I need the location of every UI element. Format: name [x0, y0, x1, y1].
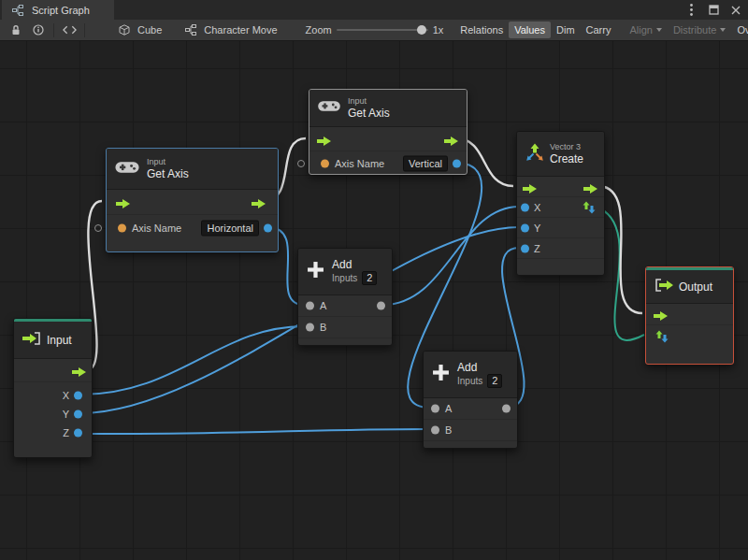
z-out-port[interactable] — [74, 429, 82, 438]
input-a-port[interactable] — [431, 405, 439, 413]
cube-icon — [116, 22, 133, 38]
input-b-port[interactable] — [431, 426, 439, 435]
port-row-y: Y — [517, 218, 604, 238]
unconnected-port[interactable] — [94, 224, 102, 232]
y-in-port[interactable] — [521, 223, 529, 232]
control-flow-row — [517, 177, 604, 197]
gamepad-icon — [115, 160, 139, 179]
zoom-slider[interactable] — [337, 24, 428, 36]
graph-canvas[interactable]: Input Get Axis Axis Name Vertical — [0, 41, 748, 560]
control-out-port[interactable] — [72, 365, 87, 376]
axis-name-string-port[interactable] — [118, 224, 126, 233]
graph-name-label: Cube — [137, 24, 162, 36]
axis-name-string-port[interactable] — [321, 159, 329, 167]
axis-name-label: Axis Name — [335, 158, 384, 169]
node-output-event[interactable]: Output — [645, 266, 734, 365]
close-icon[interactable] — [729, 4, 742, 17]
z-in-port[interactable] — [521, 244, 529, 252]
control-flow-row — [646, 304, 733, 325]
node-header: Vector 3 Create — [517, 132, 604, 177]
port-b-label: B — [320, 322, 326, 333]
values-button[interactable]: Values — [509, 22, 551, 38]
zoom-label: Zoom — [306, 24, 332, 36]
inputs-count-field[interactable]: 2 — [362, 271, 377, 285]
node-header: Add Inputs 2 — [424, 352, 517, 398]
control-out-port[interactable] — [583, 181, 598, 193]
control-out-port[interactable] — [252, 196, 266, 208]
port-a-label: A — [445, 403, 452, 414]
toolbar: Cube Character Move Zoom 1x Relations Va… — [0, 20, 748, 41]
node-get-axis-horizontal[interactable]: Input Get Axis Axis Name Horizontal — [106, 148, 279, 252]
vector-in-port-icon[interactable] — [655, 330, 669, 343]
wire-input-x-to-add1-b[interactable] — [80, 326, 304, 395]
carry-button[interactable]: Carry — [581, 22, 617, 38]
wire-add1-to-vector3-x[interactable] — [383, 207, 519, 305]
node-title: Add — [332, 258, 377, 271]
port-z-label: Z — [534, 243, 540, 254]
sum-out-port[interactable] — [377, 302, 385, 310]
align-dropdown[interactable]: Align — [624, 22, 667, 38]
node-header: Output — [646, 267, 733, 304]
port-row-x: X — [517, 197, 604, 218]
subgraph-name-label: Character Move — [204, 24, 277, 36]
tab-title: Script Graph — [32, 5, 90, 16]
wire-input-z-to-add2-b[interactable] — [80, 429, 429, 434]
distribute-label: Distribute — [673, 24, 716, 36]
tab-script-graph[interactable]: Script Graph — [2, 0, 114, 20]
axis-name-row: Axis Name Horizontal — [107, 215, 278, 241]
overview-button[interactable]: Overv — [731, 22, 748, 38]
node-vector3-create[interactable]: Vector 3 Create X Y Z — [516, 131, 605, 276]
zoom-slider-track[interactable] — [337, 29, 428, 31]
axis-name-row: Axis Name Vertical — [309, 151, 467, 175]
input-a-port[interactable] — [306, 302, 314, 310]
kebab-menu-icon[interactable] — [684, 4, 698, 17]
axis-name-field[interactable]: Horizontal — [201, 221, 259, 237]
node-add-1[interactable]: Add Inputs 2 A B — [297, 248, 393, 346]
node-input-event[interactable]: Input X Y Z — [13, 318, 93, 458]
node-add-2[interactable]: Add Inputs 2 A B — [423, 351, 518, 449]
distribute-dropdown[interactable]: Distribute — [668, 22, 731, 38]
node-get-axis-vertical[interactable]: Input Get Axis Axis Name Vertical — [309, 89, 468, 175]
port-b-label: B — [445, 424, 452, 436]
input-b-port[interactable] — [306, 323, 314, 332]
vector-out-port-icon[interactable] — [583, 201, 596, 214]
lock-icon[interactable] — [7, 22, 24, 38]
wire-control-vector3-to-output[interactable] — [599, 186, 642, 313]
control-in-port[interactable] — [317, 134, 332, 145]
port-y-label: Y — [534, 223, 540, 234]
control-out-port[interactable] — [444, 134, 459, 145]
sum-out-port[interactable] — [502, 405, 511, 413]
control-in-port[interactable] — [654, 309, 669, 320]
dim-button[interactable]: Dim — [551, 22, 581, 38]
zoom-slider-handle[interactable] — [417, 25, 426, 35]
info-icon[interactable] — [30, 22, 47, 38]
control-in-port[interactable] — [116, 196, 131, 208]
node-header: Input Get Axis — [107, 149, 278, 190]
port-row-z: Z — [517, 238, 604, 259]
inputs-count-field[interactable]: 2 — [487, 374, 502, 388]
code-icon[interactable] — [61, 22, 78, 38]
relations-button[interactable]: Relations — [454, 22, 509, 38]
breadcrumb-subgraph[interactable]: Character Move — [182, 22, 277, 38]
x-in-port[interactable] — [521, 203, 529, 211]
port-a-label: A — [320, 300, 326, 311]
unconnected-port[interactable] — [297, 160, 305, 167]
axis-value-out-port[interactable] — [264, 224, 272, 233]
axis-name-field[interactable]: Vertical — [403, 155, 448, 171]
x-out-port[interactable] — [74, 392, 82, 400]
port-row-b: B — [298, 317, 392, 338]
node-title: Create — [550, 152, 583, 165]
input-event-icon — [22, 332, 41, 349]
port-y-label: Y — [63, 409, 69, 420]
script-graph-window: Script Graph — [0, 0, 748, 560]
axis-value-out-port[interactable] — [453, 159, 461, 167]
y-out-port[interactable] — [74, 410, 82, 419]
maximize-icon[interactable] — [707, 4, 720, 17]
breadcrumb-graph[interactable]: Cube — [116, 22, 162, 38]
control-in-port[interactable] — [523, 181, 538, 193]
zoom-value: 1x — [433, 24, 444, 36]
vector-value-row — [646, 325, 733, 348]
control-flow-row — [309, 127, 467, 151]
graph-asset-icon — [182, 22, 199, 38]
toolbar-separator — [84, 23, 85, 37]
